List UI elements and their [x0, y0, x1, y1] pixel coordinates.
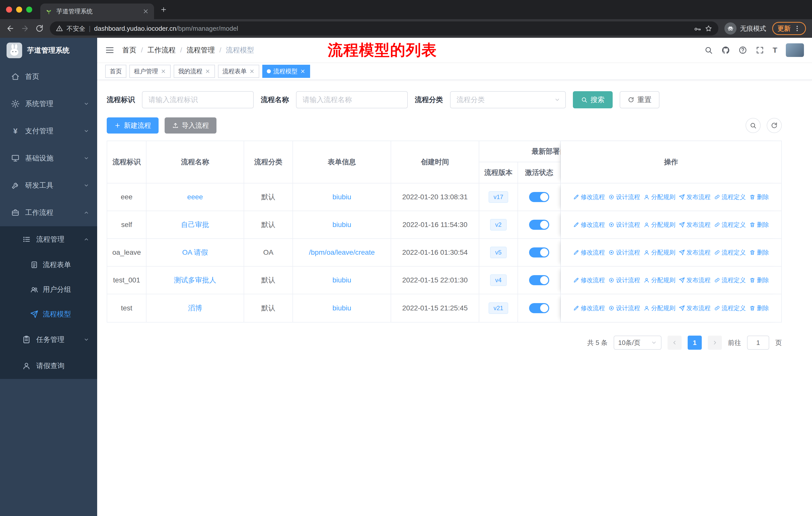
active-toggle[interactable] — [529, 220, 549, 230]
sidebar-item-leave-query[interactable]: 请假查询 — [0, 353, 97, 379]
goto-page-input[interactable] — [747, 335, 769, 350]
github-icon[interactable] — [721, 46, 730, 54]
font-size-icon[interactable]: T — [773, 46, 777, 54]
action-publish[interactable]: 发布流程 — [679, 248, 710, 256]
browser-menu-icon[interactable] — [794, 25, 801, 32]
action-assign[interactable]: 分配规则 — [644, 304, 675, 312]
model-name-link[interactable]: OA 请假 — [182, 248, 208, 257]
close-tab-icon[interactable] — [142, 8, 149, 15]
search-icon[interactable] — [704, 46, 713, 54]
close-window-button[interactable] — [6, 6, 12, 12]
action-assign[interactable]: 分配规则 — [644, 276, 675, 284]
close-icon[interactable] — [300, 69, 306, 74]
next-page-button[interactable] — [708, 335, 722, 350]
reset-button[interactable]: 重置 — [620, 91, 660, 108]
model-name-link[interactable]: 自己审批 — [181, 220, 209, 229]
action-edit[interactable]: 修改流程 — [573, 276, 605, 284]
tag-my-process[interactable]: 我的流程 — [174, 65, 215, 78]
action-delete[interactable]: 删除 — [749, 276, 769, 284]
create-process-button[interactable]: 新建流程 — [107, 117, 158, 134]
browser-tab[interactable]: 芋道管理系统 — [40, 3, 154, 19]
tag-process-model[interactable]: 流程模型 — [262, 65, 310, 78]
page-1-button[interactable]: 1 — [688, 335, 702, 350]
form-link[interactable]: biubiu — [332, 304, 351, 312]
sidebar-item-task-mgmt[interactable]: 任务管理 — [0, 327, 97, 353]
action-edit[interactable]: 修改流程 — [573, 221, 605, 229]
action-design[interactable]: 设计流程 — [608, 304, 640, 312]
action-publish[interactable]: 发布流程 — [679, 221, 710, 229]
action-definition[interactable]: 流程定义 — [714, 248, 746, 256]
model-name-link[interactable]: 测试多审批人 — [174, 275, 216, 285]
action-definition[interactable]: 流程定义 — [714, 193, 746, 201]
action-publish[interactable]: 发布流程 — [679, 304, 710, 312]
sidebar-item-process-mgmt[interactable]: 流程管理 — [0, 226, 97, 252]
sidebar-item-payment[interactable]: ¥ 支付管理 — [0, 117, 97, 145]
action-delete[interactable]: 删除 — [749, 248, 769, 256]
sidebar-item-process-model[interactable]: 流程模型 — [0, 302, 97, 327]
new-tab-button[interactable] — [160, 6, 167, 13]
action-delete[interactable]: 删除 — [749, 221, 769, 229]
sidebar-item-workflow[interactable]: 工作流程 — [0, 199, 97, 226]
sidebar-item-devtools[interactable]: 研发工具 — [0, 172, 97, 199]
refresh-table-button[interactable] — [767, 118, 782, 133]
action-assign[interactable]: 分配规则 — [644, 221, 675, 229]
breadcrumb-item[interactable]: 首页 — [122, 45, 137, 55]
avatar[interactable] — [786, 43, 804, 57]
form-link[interactable]: biubiu — [332, 221, 351, 229]
tag-process-form[interactable]: 流程表单 — [218, 65, 259, 78]
tag-home[interactable]: 首页 — [105, 65, 126, 78]
action-design[interactable]: 设计流程 — [608, 248, 640, 256]
show-search-button[interactable] — [746, 118, 761, 133]
action-edit[interactable]: 修改流程 — [573, 193, 605, 201]
action-definition[interactable]: 流程定义 — [714, 221, 746, 229]
model-name-link[interactable]: eeee — [187, 193, 203, 201]
search-button[interactable]: 搜索 — [573, 91, 613, 108]
action-assign[interactable]: 分配规则 — [644, 248, 675, 256]
action-design[interactable]: 设计流程 — [608, 221, 640, 229]
close-icon[interactable] — [249, 69, 255, 74]
process-category-select[interactable]: 流程分类 — [450, 91, 566, 108]
bookmark-star-icon[interactable] — [705, 25, 712, 32]
action-delete[interactable]: 删除 — [749, 304, 769, 312]
close-icon[interactable] — [161, 69, 166, 74]
address-bar[interactable]: 不安全 | dashboard.yudao.iocoder.cn/bpm/man… — [50, 21, 718, 35]
process-name-input[interactable] — [296, 91, 408, 108]
form-link[interactable]: biubiu — [332, 276, 351, 284]
active-toggle[interactable] — [529, 247, 549, 257]
app-logo[interactable]: 芋道管理系统 — [0, 38, 97, 63]
form-link[interactable]: biubiu — [332, 193, 351, 201]
form-link[interactable]: /bpm/oa/leave/create — [309, 248, 375, 256]
security-warning-icon[interactable] — [56, 25, 63, 32]
model-name-link[interactable]: 滔博 — [188, 303, 202, 313]
import-process-button[interactable]: 导入流程 — [165, 117, 216, 134]
fullscreen-icon[interactable] — [756, 46, 764, 54]
prev-page-button[interactable] — [668, 335, 682, 350]
sidebar-item-infra[interactable]: 基础设施 — [0, 145, 97, 172]
help-icon[interactable] — [738, 46, 747, 54]
action-definition[interactable]: 流程定义 — [714, 276, 746, 284]
active-toggle[interactable] — [529, 192, 549, 202]
action-assign[interactable]: 分配规则 — [644, 193, 675, 201]
active-toggle[interactable] — [529, 303, 549, 313]
active-toggle[interactable] — [529, 275, 549, 285]
tag-tenant[interactable]: 租户管理 — [129, 65, 171, 78]
sidebar-item-process-form[interactable]: 流程表单 — [0, 252, 97, 277]
action-design[interactable]: 设计流程 — [608, 276, 640, 284]
reload-icon[interactable] — [35, 24, 44, 33]
update-button[interactable]: 更新 — [772, 22, 806, 35]
breadcrumb-item[interactable]: 工作流程 — [147, 45, 176, 55]
action-edit[interactable]: 修改流程 — [573, 304, 605, 312]
minimize-window-button[interactable] — [16, 6, 22, 12]
breadcrumb-item[interactable]: 流程管理 — [187, 45, 215, 55]
action-publish[interactable]: 发布流程 — [679, 276, 710, 284]
password-key-icon[interactable] — [694, 25, 701, 32]
close-icon[interactable] — [205, 69, 210, 74]
action-publish[interactable]: 发布流程 — [679, 193, 710, 201]
page-size-select[interactable]: 10条/页 — [614, 335, 662, 350]
sidebar-item-home[interactable]: 首页 — [0, 63, 97, 90]
collapse-sidebar-icon[interactable] — [105, 46, 114, 55]
forward-icon[interactable] — [21, 24, 29, 33]
action-definition[interactable]: 流程定义 — [714, 304, 746, 312]
action-delete[interactable]: 删除 — [749, 193, 769, 201]
action-design[interactable]: 设计流程 — [608, 193, 640, 201]
